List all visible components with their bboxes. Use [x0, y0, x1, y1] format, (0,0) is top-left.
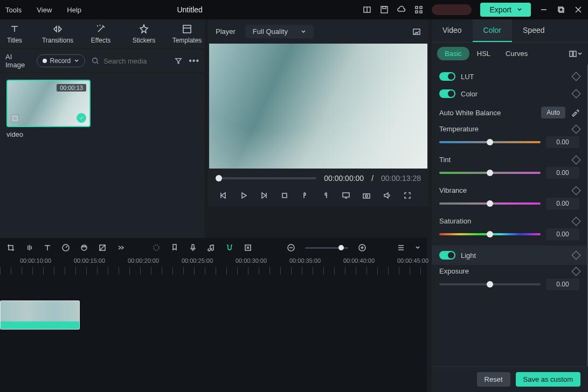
- stickers-icon: [139, 24, 149, 34]
- subtab-basic[interactable]: Basic: [437, 47, 469, 60]
- grid-icon[interactable]: [414, 5, 423, 14]
- quality-dropdown[interactable]: Full Quality: [245, 25, 314, 38]
- keyframe-icon[interactable]: [572, 89, 581, 99]
- keyframe-icon[interactable]: [572, 267, 581, 276]
- tint-slider[interactable]: [439, 172, 541, 174]
- subtab-curves[interactable]: Curves: [498, 47, 535, 60]
- close-button[interactable]: [574, 5, 583, 14]
- keyframe-icon[interactable]: [572, 155, 581, 164]
- zoom-slider[interactable]: [305, 247, 348, 249]
- tab-titles[interactable]: Titles: [0, 24, 29, 44]
- record-button[interactable]: Record: [37, 54, 86, 67]
- timeline-clip[interactable]: [0, 300, 80, 330]
- tint-value[interactable]: 0.00: [546, 167, 579, 179]
- chevron-down-icon[interactable]: [415, 245, 420, 250]
- properties-panel: Video Color Speed Basic HSL Curves LUT C…: [432, 19, 588, 392]
- tab-transitions[interactable]: Transitions: [43, 24, 72, 44]
- saturation-slider[interactable]: [439, 233, 541, 235]
- mic-icon[interactable]: [189, 243, 197, 252]
- volume-icon[interactable]: [383, 191, 391, 200]
- keyframe-icon[interactable]: [572, 72, 581, 81]
- vibrance-slider[interactable]: [439, 202, 541, 205]
- play-button[interactable]: [239, 191, 248, 200]
- keyframe-icon[interactable]: [572, 216, 581, 226]
- export-button[interactable]: Export: [480, 3, 531, 17]
- color-subtabs: Basic HSL Curves: [432, 43, 588, 65]
- layout-icon[interactable]: [363, 5, 371, 14]
- reset-button[interactable]: Reset: [477, 372, 510, 387]
- keyframe-icon[interactable]: [572, 186, 581, 195]
- crop-icon[interactable]: [6, 243, 15, 252]
- chevron-down-icon[interactable]: [577, 51, 583, 57]
- light-toggle[interactable]: [439, 251, 455, 260]
- display-icon[interactable]: [342, 191, 350, 200]
- color-toggle[interactable]: [439, 89, 455, 98]
- compare-icon[interactable]: [569, 50, 577, 58]
- cloud-icon[interactable]: [397, 5, 406, 14]
- speed-tool-icon[interactable]: [61, 243, 70, 252]
- fullscreen-icon[interactable]: [403, 191, 412, 200]
- text-tool-icon[interactable]: [43, 243, 52, 252]
- prev-frame-button[interactable]: [219, 191, 227, 200]
- saturation-value[interactable]: 0.00: [546, 228, 579, 240]
- zoom-out-button[interactable]: [287, 243, 295, 252]
- save-icon[interactable]: [380, 5, 389, 14]
- music-icon[interactable]: [207, 243, 216, 252]
- minimize-button[interactable]: [539, 5, 548, 14]
- audio-icon[interactable]: [25, 243, 33, 252]
- subtab-hsl[interactable]: HSL: [469, 47, 498, 60]
- maximize-button[interactable]: [557, 5, 565, 14]
- time-sep: /: [371, 174, 373, 183]
- exposure-slider[interactable]: [439, 283, 541, 285]
- eyedropper-icon[interactable]: [571, 108, 579, 117]
- keyframe-tool-icon[interactable]: [152, 243, 161, 252]
- stop-button[interactable]: [280, 191, 289, 200]
- next-frame-button[interactable]: [260, 191, 268, 200]
- mark-out-button[interactable]: [321, 191, 330, 200]
- tab-templates[interactable]: Templates: [172, 24, 202, 44]
- tab-stickers[interactable]: Stickers: [129, 24, 158, 44]
- preview-frame[interactable]: [209, 44, 427, 169]
- tab-video[interactable]: Video: [432, 19, 473, 42]
- timeline-tracks[interactable]: [0, 275, 427, 330]
- color-tool-icon[interactable]: [80, 243, 88, 252]
- zoom-in-button[interactable]: [358, 243, 366, 252]
- ai-image-button[interactable]: AI Image: [5, 53, 30, 69]
- tab-color[interactable]: Color: [473, 19, 512, 42]
- save-custom-button[interactable]: Save as custom: [516, 372, 581, 387]
- timeline-ruler[interactable]: 00:00:10:00 00:00:15:00 00:00:20:00 00:0…: [0, 256, 427, 275]
- track-view-icon[interactable]: [397, 243, 405, 252]
- preview-area: 00:00:00:00 / 00:00:13:28: [208, 44, 428, 206]
- more-tools-icon[interactable]: [116, 243, 125, 252]
- marker-icon[interactable]: [170, 243, 179, 252]
- search-input[interactable]: [103, 57, 168, 65]
- tab-speed[interactable]: Speed: [512, 19, 555, 42]
- snapshot-icon[interactable]: [412, 27, 421, 36]
- clip-thumbnail: [1, 301, 79, 321]
- camera-icon[interactable]: [362, 191, 371, 200]
- more-icon[interactable]: •••: [189, 56, 199, 66]
- fit-icon[interactable]: [244, 243, 252, 252]
- tab-effects[interactable]: Effects: [86, 24, 115, 44]
- vibrance-value[interactable]: 0.00: [546, 198, 579, 209]
- tint-group: Tint 0.00: [432, 153, 587, 184]
- auto-button[interactable]: Auto: [541, 107, 565, 118]
- exposure-value[interactable]: 0.00: [546, 278, 579, 290]
- keyframe-icon[interactable]: [572, 251, 581, 260]
- temperature-value[interactable]: 0.00: [546, 136, 579, 148]
- scrub-head[interactable]: [216, 175, 222, 181]
- keyframe-icon[interactable]: [572, 124, 581, 134]
- mark-in-button[interactable]: [301, 191, 309, 200]
- media-thumb[interactable]: 00:00:13 video: [6, 80, 91, 138]
- temperature-slider[interactable]: [439, 141, 541, 143]
- search-box[interactable]: [92, 57, 168, 65]
- ruler-label: 00:00:30:00: [236, 257, 267, 264]
- promo-pill[interactable]: [432, 4, 471, 15]
- filter-icon[interactable]: [175, 57, 182, 65]
- magnet-icon[interactable]: [225, 243, 234, 252]
- svg-point-15: [93, 58, 98, 63]
- lut-toggle[interactable]: [439, 72, 455, 81]
- scrub-track[interactable]: [216, 177, 316, 179]
- mask-tool-icon[interactable]: [98, 243, 107, 252]
- menu-tools[interactable]: Tools: [5, 6, 22, 14]
